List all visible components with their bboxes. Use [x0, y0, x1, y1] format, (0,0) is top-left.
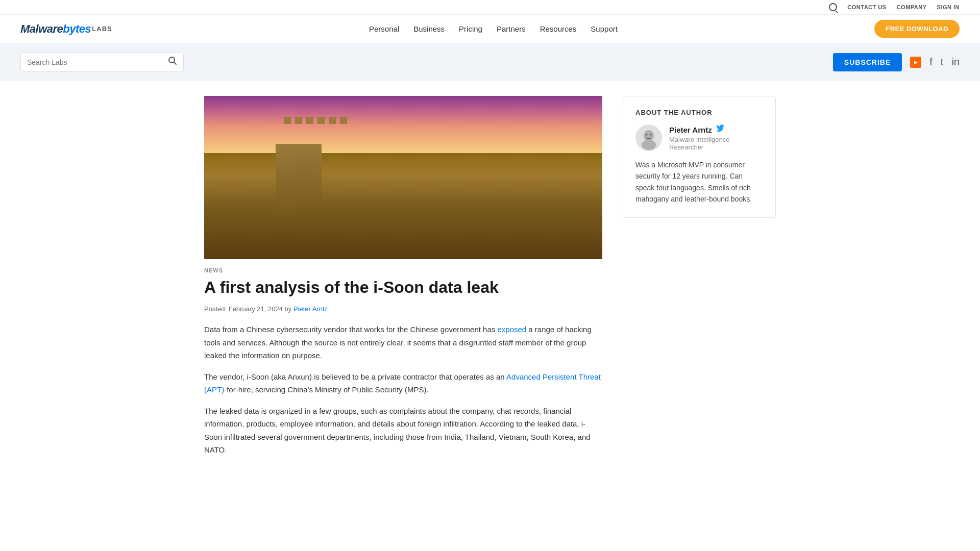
company-link[interactable]: COMPANY — [897, 4, 927, 10]
facebook-icon[interactable]: f — [929, 56, 933, 68]
author-sidebar: ABOUT THE AUTHOR Pieter Arntz — [623, 96, 776, 465]
author-bio: Was a Microsoft MVP in consumer security… — [635, 159, 763, 205]
nav-support[interactable]: Support — [591, 24, 618, 33]
rss-icon[interactable]: ▸ — [910, 57, 921, 68]
logo-bytes: bytes — [63, 22, 91, 35]
author-name: Pieter Arntz — [669, 126, 712, 134]
tower-decoration — [276, 144, 322, 210]
article-title: A first analysis of the i-Soon data leak — [204, 278, 602, 297]
logo-labs: LABS — [92, 25, 112, 33]
content-area: NEWS A first analysis of the i-Soon data… — [184, 81, 796, 480]
main-nav: Malwarebytes LABS Personal Business Pric… — [0, 15, 980, 43]
author-twitter-icon[interactable] — [716, 124, 724, 135]
search-wrap — [20, 53, 184, 71]
search-section: SUBSCRIBE ▸ f t in — [0, 43, 980, 81]
top-bar: CONTACT US COMPANY SIGN IN — [0, 0, 980, 15]
avatar-illustration — [635, 124, 662, 151]
author-section-title: ABOUT THE AUTHOR — [635, 109, 763, 116]
social-subscribe: SUBSCRIBE ▸ f t in — [833, 53, 960, 71]
nav-partners[interactable]: Partners — [497, 24, 526, 33]
apt-link[interactable]: Advanced Persistent Threat (APT) — [204, 372, 601, 394]
article-body: Data from a Chinese cybersecurity vendor… — [204, 323, 602, 457]
search-button[interactable] — [168, 56, 177, 68]
linkedin-icon[interactable]: in — [951, 56, 960, 68]
nav-links: Personal Business Pricing Partners Resou… — [369, 24, 618, 34]
avatar — [635, 124, 662, 151]
author-info: Pieter Arntz Malware Intelligence Resear… — [635, 124, 763, 151]
exposed-link[interactable]: exposed — [497, 325, 526, 334]
nav-resources[interactable]: Resources — [540, 24, 577, 33]
article-paragraph-3: The leaked data is organized in a few gr… — [204, 405, 602, 457]
svg-point-6 — [650, 134, 652, 136]
logo-malware: Malware — [20, 22, 63, 35]
top-bar-search-icon[interactable] — [829, 3, 837, 11]
author-card: ABOUT THE AUTHOR Pieter Arntz — [623, 96, 776, 218]
svg-point-3 — [644, 130, 654, 141]
subscribe-button[interactable]: SUBSCRIBE — [833, 53, 902, 71]
search-icon — [168, 56, 177, 65]
article-paragraph-1: Data from a Chinese cybersecurity vendor… — [204, 323, 602, 362]
author-name-wrap: Pieter Arntz Malware Intelligence Resear… — [669, 124, 763, 151]
battlements-decoration — [284, 117, 347, 124]
twitter-icon[interactable]: t — [941, 56, 944, 68]
svg-line-1 — [174, 62, 177, 65]
article-posted-text: Posted: February 21, 2024 by — [204, 305, 291, 313]
svg-point-5 — [646, 134, 648, 136]
author-name-row: Pieter Arntz — [669, 124, 763, 135]
article-section: NEWS A first analysis of the i-Soon data… — [204, 96, 602, 465]
article-author-link[interactable]: Pieter Arntz — [293, 305, 328, 313]
article-paragraph-2: The vendor, i-Soon (aka Anxun) is believ… — [204, 370, 602, 396]
nav-business[interactable]: Business — [413, 24, 445, 33]
nav-personal[interactable]: Personal — [369, 24, 399, 33]
sign-in-link[interactable]: SIGN IN — [937, 4, 960, 10]
nav-pricing[interactable]: Pricing — [459, 24, 482, 33]
article-meta: Posted: February 21, 2024 by Pieter Arnt… — [204, 305, 602, 313]
free-download-button[interactable]: FREE DOWNLOAD — [874, 20, 960, 38]
article-category: NEWS — [204, 267, 602, 273]
wall-decoration — [204, 153, 602, 259]
search-input[interactable] — [27, 58, 164, 66]
author-role: Malware Intelligence Researcher — [669, 136, 763, 151]
svg-point-4 — [642, 140, 656, 150]
logo[interactable]: Malwarebytes LABS — [20, 22, 112, 36]
article-hero-image — [204, 96, 602, 259]
contact-us-link[interactable]: CONTACT US — [847, 4, 886, 10]
